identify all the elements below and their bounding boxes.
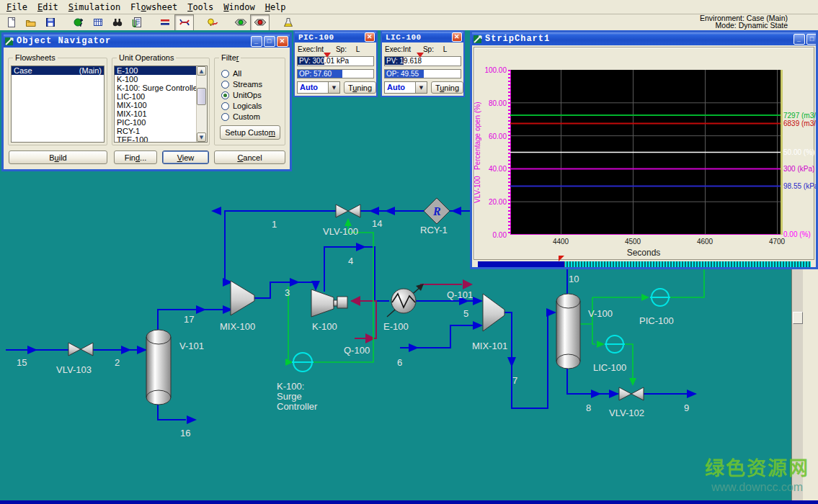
radio-unitops[interactable]: UnitOps xyxy=(221,91,262,99)
mode-combo[interactable]: Auto ▼ xyxy=(297,81,340,94)
setpoint-marker[interactable] xyxy=(417,53,424,58)
time-scrollbar[interactable] xyxy=(478,261,811,267)
v101-icon[interactable] xyxy=(146,330,171,405)
solver-active-button[interactable] xyxy=(231,14,250,31)
pic-op-signal xyxy=(669,268,704,297)
flowsheets-list[interactable]: Case (Main) xyxy=(11,66,105,143)
stream-label: 4 xyxy=(348,256,353,266)
navigator-button[interactable] xyxy=(127,14,146,31)
time-marker-icon xyxy=(559,256,564,261)
event-scheduler-button[interactable] xyxy=(203,14,222,31)
object-navigator-titlebar[interactable]: Object Navigator _ □ ✕ xyxy=(4,35,290,48)
menu-file[interactable]: File xyxy=(3,1,34,13)
lic100-faceplate: LIC-100 ✕ Exec:Int Sp: L PV: 19.618 OP: … xyxy=(381,30,465,97)
integrator-button[interactable] xyxy=(278,14,298,31)
pv-field[interactable]: PV: 300.01 kPa xyxy=(297,56,374,66)
list-item[interactable]: RCY-1 xyxy=(115,127,207,135)
scrollbar-thumb[interactable] xyxy=(197,88,206,105)
list-item-case[interactable]: Case (Main) xyxy=(12,66,104,75)
steady-state-button[interactable] xyxy=(155,14,174,31)
setpoint-marker[interactable] xyxy=(324,53,331,58)
radio-custom[interactable]: Custom xyxy=(221,112,260,121)
menu-help[interactable]: Help xyxy=(262,1,293,13)
op-bar[interactable]: OP: 57.60 xyxy=(297,69,374,78)
op-bar[interactable]: OP: 49.55 xyxy=(384,69,461,78)
unit-label: LIC-100 xyxy=(593,362,626,373)
vlv103-icon[interactable] xyxy=(68,343,93,356)
menu-flowsheet[interactable]: Flowsheet xyxy=(127,1,184,13)
stripchart-titlebar[interactable]: StripChart1 _ □ xyxy=(472,32,816,45)
minimize-button[interactable]: _ xyxy=(793,34,805,45)
tuning-button[interactable]: Tuning xyxy=(431,81,463,94)
scroll-up-icon[interactable]: ▲ xyxy=(197,66,206,76)
vlv100-icon[interactable] xyxy=(336,204,360,217)
list-item[interactable]: PIC-100 xyxy=(115,118,207,127)
close-icon[interactable]: ✕ xyxy=(365,32,375,42)
sp-label: Sp: xyxy=(336,45,347,53)
vlv102-icon[interactable] xyxy=(619,387,644,400)
v100-icon[interactable] xyxy=(556,294,580,369)
pic100-icon[interactable] xyxy=(650,289,670,306)
radio-streams[interactable]: Streams xyxy=(221,80,262,89)
view-button[interactable]: View xyxy=(162,150,209,164)
list-item[interactable]: MIX-100 xyxy=(115,101,207,109)
dynamics-button[interactable] xyxy=(174,14,194,31)
maximize-button[interactable]: □ xyxy=(806,34,816,45)
list-item[interactable]: MIX-101 xyxy=(115,109,207,118)
mode-combo[interactable]: Auto ▼ xyxy=(384,81,427,94)
menu-window[interactable]: Window xyxy=(220,1,261,13)
surge-controller-icon[interactable] xyxy=(292,353,314,372)
tuning-button[interactable]: Tuning xyxy=(344,81,376,94)
radio-logicals[interactable]: Logicals xyxy=(221,102,262,110)
list-item[interactable]: LIC-100 xyxy=(115,92,207,101)
list-item[interactable]: TEE-100 xyxy=(115,135,207,143)
pv-field[interactable]: PV: 19.618 xyxy=(384,56,461,66)
series-lines xyxy=(510,115,781,186)
pic100-titlebar[interactable]: PIC-100 ✕ xyxy=(295,32,376,42)
find-button[interactable]: Find... xyxy=(114,150,157,164)
unit-label: MIX-101 xyxy=(472,341,507,351)
rcy1-icon[interactable]: R xyxy=(424,198,450,224)
maximize-button[interactable]: □ xyxy=(264,36,275,47)
solver-holding-button[interactable] xyxy=(250,14,270,31)
navigator-icon xyxy=(131,17,143,28)
series-label: 50.00 (%) xyxy=(783,148,817,156)
close-button[interactable]: ✕ xyxy=(277,36,288,47)
y-tick: 60.00 xyxy=(475,132,507,140)
list-item[interactable]: E-100 xyxy=(115,66,207,75)
build-button[interactable]: Build xyxy=(9,150,107,164)
workbook-button[interactable] xyxy=(88,14,107,31)
find-button-toolbar[interactable] xyxy=(107,14,127,31)
k100-icon[interactable] xyxy=(311,289,347,317)
lic100-icon[interactable] xyxy=(605,336,625,353)
list-item[interactable]: K-100: Surge Controller xyxy=(115,84,207,92)
chevron-down-icon[interactable]: ▼ xyxy=(328,82,339,93)
menu-edit[interactable]: Edit xyxy=(34,1,65,13)
cancel-button[interactable]: Cancel xyxy=(214,150,285,164)
unitops-scrollbar[interactable]: ▲ ▼ xyxy=(196,66,207,142)
mix100-icon[interactable] xyxy=(231,281,254,315)
scroll-down-icon[interactable]: ▼ xyxy=(197,132,206,142)
lic100-titlebar[interactable]: LIC-100 ✕ xyxy=(382,32,463,42)
plot-area[interactable] xyxy=(510,70,783,235)
close-icon[interactable]: ✕ xyxy=(452,32,462,42)
menu-tools[interactable]: Tools xyxy=(184,1,220,13)
pfd-scrollbar-thumb[interactable] xyxy=(793,312,803,324)
mix101-icon[interactable] xyxy=(483,294,504,331)
y-tick: 0.00 xyxy=(475,231,507,239)
minimize-button[interactable]: _ xyxy=(251,36,262,47)
list-item[interactable]: K-100 xyxy=(115,75,207,84)
save-case-button[interactable] xyxy=(40,14,60,31)
menu-simulation[interactable]: Simulation xyxy=(65,1,127,13)
chevron-down-icon[interactable]: ▼ xyxy=(415,82,427,93)
environment-button[interactable] xyxy=(68,14,88,31)
stream-label: 10 xyxy=(569,274,579,284)
unitops-list[interactable]: E-100 K-100 K-100: Surge Controller LIC-… xyxy=(114,66,208,143)
window-title: StripChart1 xyxy=(485,34,550,44)
stream-label: 15 xyxy=(17,357,27,368)
radio-icon xyxy=(221,91,229,99)
setup-custom-button[interactable]: Setup Custom xyxy=(220,125,280,140)
radio-all[interactable]: All xyxy=(221,69,241,78)
open-case-button[interactable] xyxy=(21,14,40,31)
new-case-button[interactable] xyxy=(1,14,21,31)
